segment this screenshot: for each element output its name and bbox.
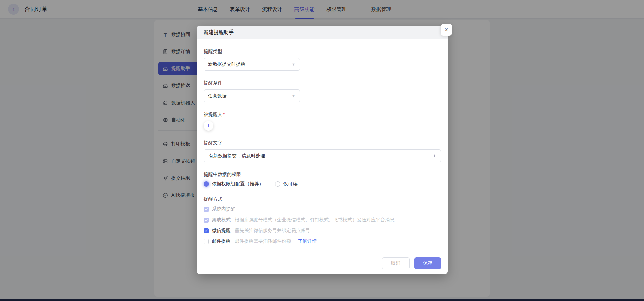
reminder-condition-select[interactable]: 任意数据 ▼ <box>204 89 300 102</box>
close-icon: × <box>445 26 448 34</box>
checkbox-integration-mode <box>204 218 209 223</box>
required-asterisk: * <box>223 112 225 117</box>
checkbox-label: 集成模式 <box>212 217 231 223</box>
checkbox-system-reminder <box>204 207 209 212</box>
field-label: 提醒中数据的权限 <box>204 172 441 178</box>
select-value: 新数据提交时提醒 <box>208 61 246 67</box>
field-reminder-condition: 提醒条件 任意数据 ▼ <box>204 80 441 102</box>
save-button[interactable]: 保存 <box>414 257 441 269</box>
checkbox-row-email-reminder: 邮件提醒 邮件提醒需要消耗邮件份额 了解详情 <box>204 238 441 245</box>
radio-selected-icon <box>204 181 209 187</box>
dialog-title: 新建提醒助手 <box>204 29 234 36</box>
field-data-permission: 提醒中数据的权限 依据权限组配置（推荐） 仅可读 <box>204 172 441 187</box>
checkbox-label: 系统内提醒 <box>212 206 235 212</box>
field-label: 提醒文字 <box>204 140 441 146</box>
radio-read-only[interactable]: 仅可读 <box>275 181 298 187</box>
field-label: 提醒类型 <box>204 49 441 55</box>
chevron-down-icon: ▼ <box>292 62 296 66</box>
dialog-header: 新建提醒助手 <box>197 26 448 39</box>
field-label: 被提醒人* <box>204 112 441 118</box>
cancel-button[interactable]: 取消 <box>382 257 410 269</box>
permission-radio-group: 依据权限组配置（推荐） 仅可读 <box>204 181 441 187</box>
check-icon <box>205 228 208 233</box>
input-value: 有新数据提交，请及时处理 <box>209 153 265 159</box>
checkbox-row-integration-mode: 集成模式 根据所属账号模式（企业微信模式、钉钉模式、飞书模式）发送对应平台消息 <box>204 217 441 223</box>
checkbox-wechat-reminder[interactable] <box>204 228 209 233</box>
field-reminder-type: 提醒类型 新数据提交时提醒 ▼ <box>204 49 441 71</box>
check-icon <box>205 217 208 223</box>
checkbox-description: 邮件提醒需要消耗邮件份额 <box>235 238 291 244</box>
radio-label: 依据权限组配置（推荐） <box>212 181 264 187</box>
select-value: 任意数据 <box>208 93 227 99</box>
chevron-down-icon: ▼ <box>292 94 296 98</box>
checkbox-row-wechat-reminder: 微信提醒 需先关注微信服务号并绑定易点账号 <box>204 227 441 234</box>
dialog-body: 提醒类型 新数据提交时提醒 ▼ 提醒条件 任意数据 ▼ 被提醒人* + 提醒文字 <box>197 39 448 245</box>
checkbox-row-system-reminder: 系统内提醒 <box>204 206 441 213</box>
dialog-footer: 取消 保存 <box>197 257 448 274</box>
field-reminder-methods: 提醒方式 系统内提醒 集成模式 根据所属账号模式（企业微信模式、钉钉模式、飞书模… <box>204 196 441 245</box>
close-button[interactable]: × <box>441 24 452 36</box>
add-person-button[interactable]: + <box>204 121 213 131</box>
plus-icon: + <box>207 122 210 130</box>
field-reminded-person: 被提醒人* + <box>204 112 441 131</box>
check-icon <box>205 206 208 212</box>
reminder-type-select[interactable]: 新数据提交时提醒 ▼ <box>204 58 300 71</box>
checkbox-email-reminder[interactable] <box>204 239 209 244</box>
radio-permission-group-config[interactable]: 依据权限组配置（推荐） <box>204 181 264 187</box>
field-label: 提醒条件 <box>204 80 441 86</box>
checkbox-description: 需先关注微信服务号并绑定易点账号 <box>235 228 310 234</box>
radio-unselected-icon <box>275 181 280 187</box>
learn-more-link[interactable]: 了解详情 <box>298 238 317 244</box>
insert-field-icon[interactable]: + <box>433 153 436 159</box>
reminder-text-input[interactable]: 有新数据提交，请及时处理 + <box>204 149 441 162</box>
radio-label: 仅可读 <box>283 181 298 187</box>
checkbox-label: 邮件提醒 <box>212 238 231 244</box>
field-reminder-text: 提醒文字 有新数据提交，请及时处理 + <box>204 140 441 162</box>
checkbox-label: 微信提醒 <box>212 228 231 234</box>
checkbox-description: 根据所属账号模式（企业微信模式、钉钉模式、飞书模式）发送对应平台消息 <box>235 217 394 223</box>
field-label: 提醒方式 <box>204 196 441 202</box>
new-reminder-dialog: × 新建提醒助手 提醒类型 新数据提交时提醒 ▼ 提醒条件 任意数据 ▼ 被提醒… <box>197 26 448 274</box>
